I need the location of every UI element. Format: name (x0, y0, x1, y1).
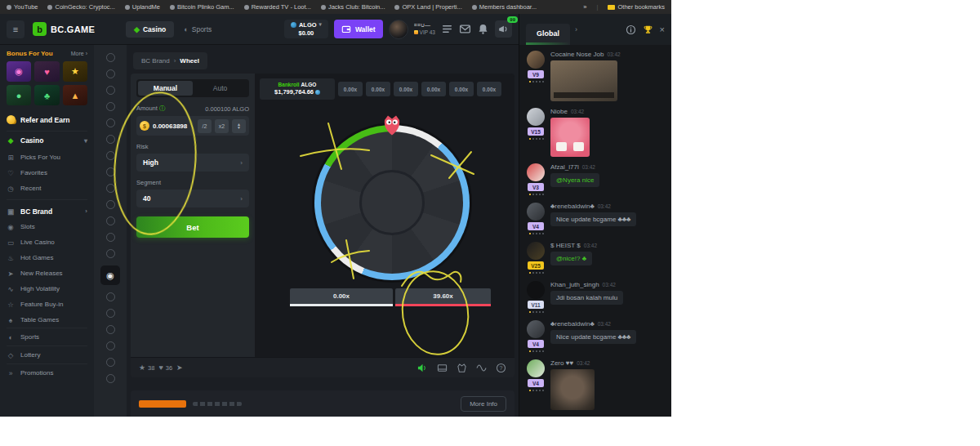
sidebar-item-promotions[interactable]: »Promotions (7, 363, 87, 381)
bonus-tile[interactable]: ★ (63, 61, 87, 82)
wallet-button[interactable]: Wallet (334, 20, 383, 38)
chat-username[interactable]: Cocaine Nose Job (550, 51, 604, 58)
rail-game-icon[interactable] (106, 309, 115, 318)
rail-game-icon[interactable] (106, 69, 115, 78)
bookmark-item[interactable]: YouTube (7, 3, 38, 11)
chevron-right-icon[interactable]: › (575, 25, 577, 33)
sidebar-item-table-games[interactable]: ♠Table Games (7, 312, 87, 328)
tab-casino[interactable]: ◆Casino (126, 21, 174, 38)
bookmark-item[interactable]: Members dashboar... (472, 3, 537, 11)
tab-sports[interactable]: ◐Sports (184, 25, 212, 33)
rail-game-icon[interactable] (106, 341, 115, 350)
history-multiplier-chip[interactable]: 0.00x (421, 82, 446, 96)
rail-game-icon[interactable] (106, 216, 115, 225)
segment-select[interactable]: 40› (136, 190, 249, 207)
bet-button[interactable]: Bet (136, 216, 249, 238)
bonus-tile[interactable]: ♥ (34, 61, 59, 82)
breadcrumb[interactable]: BC Brand › Wheel (133, 52, 207, 69)
rail-game-icon[interactable] (106, 358, 115, 367)
half-amount-button[interactable]: /2 (198, 119, 212, 133)
history-multiplier-chip[interactable]: 0.00x (477, 82, 501, 96)
rail-game-icon[interactable] (106, 53, 115, 62)
chat-rules-icon[interactable] (626, 25, 636, 35)
avatar[interactable] (527, 108, 545, 126)
bookmarks-overflow-button[interactable]: » (583, 3, 586, 11)
sidebar-item-favorites[interactable]: ♡Favorites (7, 165, 87, 181)
sidebar-item-picks-for-you[interactable]: ⊞Picks For You (7, 149, 87, 165)
amount-stepper[interactable]: ▲▼ (232, 119, 246, 133)
rail-game-icon[interactable] (106, 200, 115, 209)
rail-game-icon[interactable] (106, 233, 115, 242)
user-block[interactable]: ≡≡∪— VIP 43 (414, 22, 435, 36)
info-icon[interactable]: ⓘ (159, 105, 166, 112)
chat-username[interactable]: Niobe (550, 108, 568, 115)
step-down-icon[interactable]: ▼ (237, 126, 241, 130)
hamburger-menu-button[interactable]: ≡ (7, 20, 24, 38)
more-info-button[interactable]: More Info (461, 396, 506, 412)
avatar[interactable] (389, 20, 408, 39)
chat-gif-image[interactable] (550, 60, 617, 101)
sidebar-item-slots[interactable]: ◉Slots (7, 219, 87, 234)
favorite-stat[interactable]: ★38 (139, 363, 154, 372)
quests-icon[interactable] (441, 23, 453, 35)
avatar[interactable] (527, 281, 545, 299)
tab-manual[interactable]: Manual (138, 81, 193, 96)
rail-game-icon[interactable] (106, 135, 115, 144)
sidebar-item-live-casino[interactable]: ▭Live Casino (7, 234, 87, 250)
bookmark-item[interactable]: UplandMe (125, 3, 160, 11)
help-icon[interactable]: ? (496, 363, 506, 373)
sidebar-item-feature-buy-in[interactable]: ☆Feature Buy-in (7, 297, 87, 312)
bookmark-item[interactable]: CoinGecko: Cryptoc... (47, 3, 114, 11)
notifications-bell-icon[interactable] (477, 23, 489, 35)
live-stats-icon[interactable] (476, 363, 487, 373)
bookmark-item[interactable]: Jacks Club: Bitcoin... (321, 3, 385, 11)
fairness-icon[interactable] (457, 363, 467, 373)
bonus-tile[interactable]: ◉ (7, 61, 31, 82)
chat-username[interactable]: Afzal_l77l (550, 163, 579, 171)
chat-username[interactable]: Khan_juth_singh (550, 281, 599, 288)
sound-toggle-icon[interactable] (417, 363, 428, 373)
theatre-mode-icon[interactable] (437, 363, 448, 373)
sidebar-item-bc-brand[interactable]: ▣BC Brand› (7, 203, 87, 219)
bcgame-logo[interactable]: b BC.GAME (33, 22, 95, 36)
avatar[interactable] (527, 320, 545, 338)
rail-game-icon[interactable] (106, 325, 115, 334)
rail-game-icon[interactable] (106, 374, 115, 383)
rail-game-icon[interactable] (106, 118, 115, 127)
share-button[interactable]: ➤ (176, 363, 183, 372)
history-multiplier-chip[interactable]: 0.00x (449, 82, 474, 96)
avatar[interactable] (527, 163, 545, 181)
other-bookmarks-button[interactable]: Other bookmarks (608, 3, 665, 11)
avatar[interactable] (527, 203, 545, 221)
avatar[interactable] (527, 242, 545, 260)
bonus-tile[interactable]: ● (7, 85, 31, 105)
bonus-more-link[interactable]: More › (71, 51, 87, 56)
chat-room-tab[interactable]: Global (526, 24, 570, 45)
chat-gif-image[interactable] (550, 369, 595, 410)
rail-game-icon[interactable] (106, 167, 115, 176)
currency-selector[interactable]: ALGO▾ $0.00 (284, 20, 328, 39)
bonus-tile[interactable]: ▲ (63, 85, 87, 105)
history-multiplier-chip[interactable]: 0.00x (394, 82, 418, 96)
history-multiplier-chip[interactable]: 0.00x (366, 82, 390, 96)
trophy-icon[interactable] (643, 25, 653, 35)
sidebar-item-casino[interactable]: ◆Casino▾ (7, 132, 87, 149)
sidebar-item-recent[interactable]: ◷Recent (7, 181, 87, 196)
risk-select[interactable]: High› (136, 154, 249, 172)
close-icon[interactable]: × (660, 25, 665, 34)
amount-value[interactable]: 0.00063898 (153, 123, 194, 130)
chat-username[interactable]: $ HEIST $ (550, 242, 581, 249)
breadcrumb-parent[interactable]: BC Brand (141, 57, 170, 65)
avatar[interactable] (527, 359, 545, 377)
tab-auto[interactable]: Auto (193, 81, 247, 96)
sidebar-item-new-releases[interactable]: ➤New Releases (7, 265, 87, 281)
rail-game-icon[interactable] (106, 184, 115, 193)
avatar[interactable] (527, 51, 545, 69)
mail-icon[interactable] (459, 23, 471, 35)
bookmark-item[interactable]: OPX Land | Properti... (394, 3, 461, 11)
rail-game-icon[interactable] (106, 86, 115, 95)
rail-game-icon[interactable] (106, 249, 115, 258)
like-stat[interactable]: ♥36 (158, 363, 172, 372)
sidebar-item-high-volatility[interactable]: ∿High Volatility (7, 281, 87, 297)
sidebar-item-hot-games[interactable]: ♨Hot Games (7, 250, 87, 265)
